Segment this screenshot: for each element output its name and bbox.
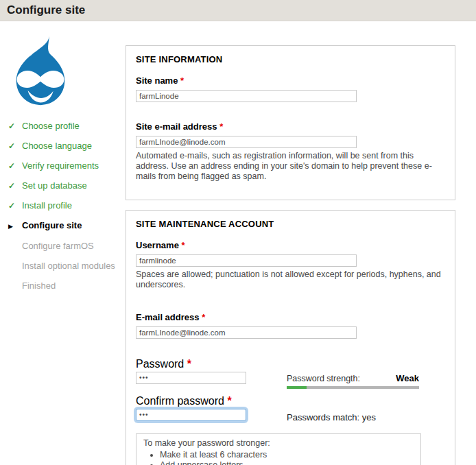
required-marker: *	[227, 395, 231, 407]
admin-email-label: E-mail address *	[136, 312, 445, 322]
password-suggestion: Add uppercase letters	[160, 460, 414, 465]
password-suggestion: Make it at least 6 characters	[160, 450, 414, 460]
step-label: Install optional modules	[22, 261, 115, 271]
step-finished: Finished	[8, 281, 126, 291]
password-suggestions-title: To make your password stronger:	[143, 438, 414, 448]
check-icon: ✓	[8, 141, 22, 151]
step-install-optional-modules: Install optional modules	[8, 261, 126, 271]
username-field: Username * Spaces are allowed; punctuati…	[136, 240, 445, 290]
confirm-password-label: Confirm password *	[136, 395, 232, 407]
step-install-profile: ✓ Install profile	[8, 201, 126, 211]
site-email-field: Site e-mail address * Automated e-mails,…	[136, 121, 445, 182]
step-configure-site: ▶ Configure site	[8, 221, 126, 231]
username-label: Username *	[136, 240, 445, 250]
fieldset-legend: SITE MAINTENANCE ACCOUNT	[136, 219, 445, 229]
step-choose-language: ✓ Choose language	[8, 141, 126, 151]
site-email-input[interactable]	[136, 136, 357, 148]
required-marker: *	[202, 312, 205, 322]
confirm-password-row: Confirm password * Passwords match: yes	[136, 395, 445, 422]
site-name-label: Site name *	[136, 75, 445, 86]
username-description: Spaces are allowed; punctuation is not a…	[136, 270, 445, 290]
password-suggestions-box: To make your password stronger: Make it …	[136, 433, 421, 465]
password-strength-bar	[287, 386, 419, 389]
content: ✓ Choose profile ✓ Choose language ✓ Ver…	[0, 21, 476, 465]
check-icon: ✓	[8, 181, 22, 191]
step-label: Configure site	[22, 221, 82, 230]
required-marker: *	[219, 121, 223, 132]
password-field: Password *	[136, 358, 287, 389]
site-maintenance-account-fieldset: SITE MAINTENANCE ACCOUNT Username * Spac…	[126, 210, 455, 465]
password-label: Password *	[136, 358, 191, 370]
confirm-password-field: Confirm password *	[136, 395, 287, 422]
confirm-password-input[interactable]	[136, 409, 246, 421]
site-name-input[interactable]	[136, 90, 357, 102]
check-icon: ✓	[8, 121, 22, 131]
password-strength-label: Password strength:	[287, 374, 360, 383]
required-marker: *	[180, 75, 184, 86]
install-task-list: ✓ Choose profile ✓ Choose language ✓ Ver…	[8, 121, 126, 291]
password-strength-level: Weak	[396, 373, 419, 383]
install-page: Configure site ✓ Choose profile ✓	[0, 0, 476, 465]
step-label: Verify requirements	[22, 161, 99, 171]
password-row: Password * Password strength: Weak	[136, 358, 445, 389]
admin-email-input[interactable]	[136, 326, 357, 339]
check-icon: ✓	[8, 161, 22, 171]
step-label: Finished	[22, 281, 56, 291]
step-label: Set up database	[22, 181, 87, 191]
password-strength-indicator: Password strength: Weak	[287, 358, 419, 389]
password-strength-fill	[287, 386, 307, 389]
page-header: Configure site	[0, 0, 476, 21]
step-label: Configure farmOS	[22, 241, 94, 251]
step-label: Choose profile	[22, 121, 80, 131]
passwords-match-status: Passwords match: yes	[287, 412, 419, 422]
step-set-up-database: ✓ Set up database	[8, 181, 126, 191]
username-input[interactable]	[136, 254, 357, 267]
site-email-description: Automated e-mails, such as registration …	[136, 151, 445, 182]
current-step-arrow-icon: ▶	[8, 222, 22, 231]
step-configure-farmos: Configure farmOS	[8, 241, 126, 251]
site-name-field: Site name *	[136, 75, 445, 102]
password-input[interactable]	[136, 372, 246, 384]
fieldset-legend: SITE INFORMATION	[136, 54, 445, 64]
step-verify-requirements: ✓ Verify requirements	[8, 161, 126, 171]
step-choose-profile: ✓ Choose profile	[8, 121, 126, 131]
check-icon: ✓	[8, 201, 22, 211]
admin-email-field: E-mail address *	[136, 312, 445, 339]
drupal-logo-icon	[8, 35, 73, 106]
required-marker: *	[182, 240, 185, 250]
site-email-label: Site e-mail address *	[136, 121, 445, 132]
sidebar: ✓ Choose profile ✓ Choose language ✓ Ver…	[0, 21, 126, 465]
step-label: Choose language	[22, 141, 92, 151]
site-information-fieldset: SITE INFORMATION Site name * Site e-mail…	[126, 45, 455, 200]
page-title: Configure site	[0, 0, 476, 21]
password-suggestions-list: Make it at least 6 characters Add upperc…	[143, 450, 414, 465]
step-label: Install profile	[22, 201, 72, 211]
main-form: SITE INFORMATION Site name * Site e-mail…	[126, 45, 455, 465]
required-marker: *	[187, 358, 191, 370]
